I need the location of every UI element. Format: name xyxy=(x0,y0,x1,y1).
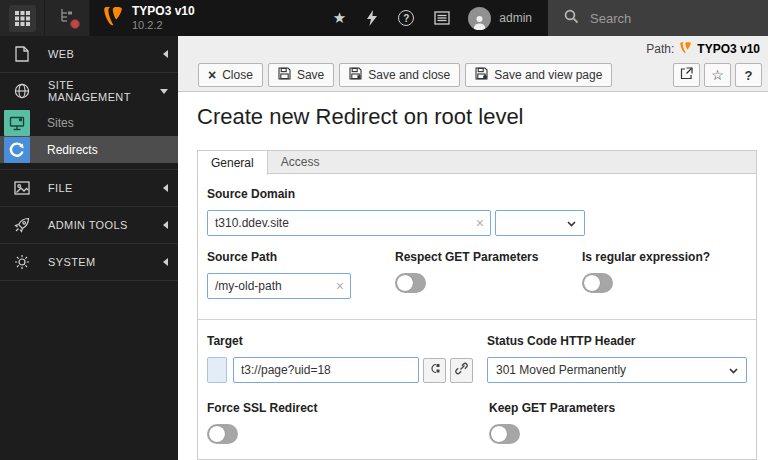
target-input[interactable] xyxy=(233,357,419,383)
tab-general[interactable]: General xyxy=(197,150,268,175)
path-value: TYPO3 v10 xyxy=(697,42,760,56)
image-icon xyxy=(13,181,30,195)
path-label: Path: xyxy=(646,42,674,56)
insert-record-icon xyxy=(428,361,441,379)
tab-access[interactable]: Access xyxy=(268,151,333,173)
chevron-down-icon xyxy=(567,216,576,230)
brand-title: TYPO3 v10 xyxy=(132,5,195,19)
sidebar-divider xyxy=(0,280,178,281)
docheader: Path: TYPO3 v10 × Close xyxy=(178,36,768,92)
toggle-knob xyxy=(397,275,413,291)
pagetree-status-badge xyxy=(70,19,80,29)
topbar-spacer xyxy=(207,0,333,36)
save-and-close-button[interactable]: Save and close xyxy=(339,63,460,87)
file-icon xyxy=(13,46,30,62)
keep-get-toggle[interactable] xyxy=(489,424,520,444)
sidebar-item-label: FILE xyxy=(48,182,163,194)
typo3-logo xyxy=(102,5,124,31)
pagetree-toggle-button[interactable] xyxy=(45,0,90,36)
sidebar-item-site-management[interactable]: SITE MANAGEMENT xyxy=(0,73,178,109)
save-and-close-button-label: Save and close xyxy=(368,68,450,82)
brand-version: 10.2.2 xyxy=(132,19,195,32)
keep-get-label: Keep GET Parameters xyxy=(489,401,747,415)
docheader-right-buttons: ☆ ? xyxy=(673,63,762,87)
target-label: Target xyxy=(207,334,487,348)
redirects-module-icon xyxy=(4,137,30,163)
save-button[interactable]: Save xyxy=(268,63,334,87)
open-new-window-button[interactable] xyxy=(673,63,700,87)
save-and-view-button-label: Save and view page xyxy=(494,68,602,82)
sidebar-item-label: WEB xyxy=(48,48,163,60)
source-path-input[interactable] xyxy=(207,273,351,299)
sidebar-item-label: SITE MANAGEMENT xyxy=(48,79,160,103)
modules-menu-button[interactable] xyxy=(0,0,45,36)
source-domain-input[interactable] xyxy=(207,210,491,236)
topbar-search[interactable]: Search xyxy=(548,0,768,36)
sidebar-item-label: ADMIN TOOLS xyxy=(48,219,163,231)
collapse-arrow-icon xyxy=(163,50,168,58)
close-button-label: Close xyxy=(222,68,253,82)
source-domain-select[interactable] xyxy=(495,210,585,236)
avatar xyxy=(468,7,491,30)
globe-icon xyxy=(13,83,30,99)
bookmark-star-icon[interactable]: ★ xyxy=(333,9,346,27)
module-menu: WEB SITE MANAGEMENT xyxy=(0,36,178,460)
floppy-view-icon xyxy=(475,67,488,83)
sidebar-item-admin-tools[interactable]: ADMIN TOOLS xyxy=(0,207,178,243)
clear-icon[interactable]: × xyxy=(336,279,344,293)
floppy-close-icon xyxy=(349,67,362,83)
sites-module-icon xyxy=(4,110,30,136)
insert-record-button[interactable] xyxy=(423,358,446,383)
expand-arrow-icon xyxy=(160,89,168,94)
palette-divider xyxy=(198,319,756,320)
topbar-brand[interactable]: TYPO3 v10 10.2.2 xyxy=(90,0,207,36)
force-ssl-toggle[interactable] xyxy=(207,424,238,444)
respect-get-label: Respect GET Parameters xyxy=(395,250,582,264)
question-icon: ? xyxy=(745,68,753,83)
save-button-label: Save xyxy=(297,68,324,82)
topbar-tool-icons: ★ ? xyxy=(333,0,468,36)
respect-get-toggle[interactable] xyxy=(395,273,426,293)
sidebar-item-sites[interactable]: Sites xyxy=(0,109,178,136)
status-code-label: Status Code HTTP Header xyxy=(487,334,747,348)
source-path-label: Source Path xyxy=(207,250,395,264)
sidebar-item-file[interactable]: FILE xyxy=(0,170,178,206)
status-code-select-value: 301 Moved Permanently xyxy=(496,363,626,377)
docheader-buttons: × Close Save xyxy=(198,63,762,87)
brand-text: TYPO3 v10 10.2.2 xyxy=(132,5,195,31)
target-field-wrap xyxy=(233,357,419,383)
typo3-backend: TYPO3 v10 10.2.2 ★ ? xyxy=(0,0,768,460)
open-new-window-icon xyxy=(680,67,693,83)
collapse-arrow-icon xyxy=(163,221,168,229)
user-menu[interactable]: admin xyxy=(468,0,548,36)
sidebar-item-redirects[interactable]: Redirects xyxy=(0,136,178,163)
clear-cache-bolt-icon[interactable] xyxy=(366,10,378,26)
chevron-down-icon xyxy=(729,363,738,377)
topbar-toggle-group xyxy=(0,0,90,36)
module-body: Create new Redirect on root level Genera… xyxy=(178,92,768,460)
is-regex-toggle[interactable] xyxy=(582,273,613,293)
toggle-knob xyxy=(491,426,507,442)
docheader-help-button[interactable]: ? xyxy=(735,63,762,87)
link-browser-button[interactable] xyxy=(450,358,473,383)
source-path-field-wrap: × xyxy=(207,273,351,299)
close-button[interactable]: × Close xyxy=(198,63,263,87)
topbar: TYPO3 v10 10.2.2 ★ ? xyxy=(0,0,768,36)
bookmark-button[interactable]: ☆ xyxy=(704,63,731,87)
force-ssl-label: Force SSL Redirect xyxy=(207,401,489,415)
is-regex-label: Is regular expression? xyxy=(582,250,747,264)
sidebar-item-system[interactable]: SYSTEM xyxy=(0,244,178,280)
save-and-view-button[interactable]: Save and view page xyxy=(465,63,612,87)
page-title: Create new Redirect on root level xyxy=(197,104,768,130)
toggle-knob xyxy=(209,426,225,442)
clear-icon[interactable]: × xyxy=(476,216,484,230)
close-icon: × xyxy=(208,68,216,82)
status-code-select[interactable]: 301 Moved Permanently xyxy=(487,357,747,383)
sidebar-item-web[interactable]: WEB xyxy=(0,36,178,72)
link-icon xyxy=(455,361,468,379)
tab-bar: General Access xyxy=(197,150,757,174)
help-icon[interactable]: ? xyxy=(398,10,414,26)
sidebar-item-label: SYSTEM xyxy=(48,256,163,268)
system-information-icon[interactable] xyxy=(434,11,450,25)
typo3-logo-small xyxy=(679,41,692,57)
